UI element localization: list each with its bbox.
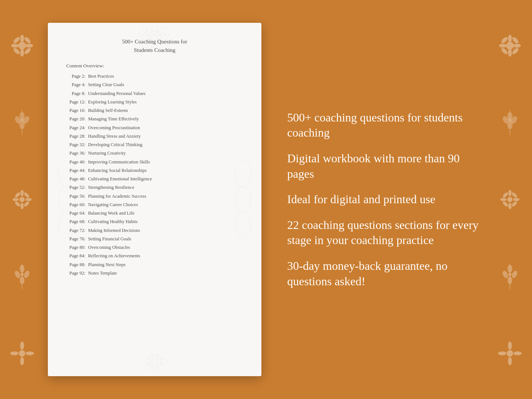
toc-title: Handling Stress and Anxiety bbox=[87, 134, 141, 139]
svg-point-71 bbox=[151, 34, 158, 41]
svg-point-23 bbox=[14, 201, 21, 208]
table-row: Page 64: Balancing Work and Life bbox=[66, 209, 243, 217]
toc-title: Notes Template bbox=[87, 271, 117, 276]
floral-icon bbox=[497, 340, 523, 366]
table-row: Page 76: Setting Financial Goals bbox=[66, 235, 243, 243]
svg-point-39 bbox=[513, 44, 521, 48]
svg-point-90 bbox=[235, 187, 251, 212]
table-row: Page 84: Reflecting on Achievements bbox=[66, 252, 243, 260]
content-overview-label: Content Overview: bbox=[66, 63, 243, 69]
toc-title: Making Informed Decisions bbox=[87, 228, 140, 233]
svg-point-56 bbox=[511, 201, 518, 208]
toc-title: Navigating Career Choices bbox=[87, 202, 138, 207]
svg-point-58 bbox=[502, 201, 509, 208]
svg-point-18 bbox=[13, 198, 19, 201]
svg-point-76 bbox=[138, 27, 149, 36]
table-row: Page 92: Notes Template bbox=[66, 269, 243, 277]
toc-title: Best Practices bbox=[87, 74, 114, 79]
toc-title: Overcoming Obstacles bbox=[87, 245, 130, 250]
toc-title: Reflecting on Achievements bbox=[87, 253, 140, 258]
svg-point-66 bbox=[508, 341, 512, 350]
svg-point-70 bbox=[148, 31, 161, 44]
table-row: Page 52: Strengthening Resilience bbox=[66, 184, 243, 191]
table-of-contents: Page 2: Best PracticesPage 4: Setting Cl… bbox=[66, 73, 243, 277]
table-row: Page 60: Navigating Career Choices bbox=[66, 201, 243, 209]
svg-point-19 bbox=[25, 198, 32, 201]
svg-point-67 bbox=[508, 357, 512, 365]
right-panel: 500+ coaching questions for students coa… bbox=[283, 110, 484, 289]
floral-border-right bbox=[488, 0, 532, 399]
svg-point-36 bbox=[508, 35, 512, 43]
toc-title: Strengthening Resilience bbox=[87, 185, 134, 190]
floral-icon bbox=[497, 187, 523, 212]
svg-point-38 bbox=[499, 44, 507, 48]
floral-icon bbox=[497, 110, 523, 135]
feature-item: 30-day money-back guarantee, no question… bbox=[287, 258, 484, 289]
svg-point-27 bbox=[23, 270, 30, 279]
table-row: Page 24: Overcoming Procrastination bbox=[66, 124, 243, 132]
svg-point-61 bbox=[501, 270, 509, 279]
svg-point-49 bbox=[508, 118, 512, 122]
svg-point-64 bbox=[508, 273, 511, 276]
svg-point-25 bbox=[20, 265, 25, 272]
table-row: Page 12: Exploring Learning Styles bbox=[66, 98, 243, 106]
svg-point-30 bbox=[19, 350, 25, 357]
svg-point-4 bbox=[25, 44, 33, 48]
toc-page-number: Page 24: bbox=[66, 124, 85, 132]
svg-point-14 bbox=[20, 118, 24, 122]
floral-icon bbox=[9, 264, 35, 289]
svg-point-68 bbox=[498, 351, 507, 355]
svg-point-91 bbox=[235, 212, 251, 238]
svg-point-69 bbox=[514, 351, 522, 355]
svg-point-78 bbox=[138, 39, 149, 49]
svg-point-0 bbox=[18, 42, 26, 50]
svg-point-2 bbox=[20, 49, 24, 57]
table-row: Page 44: Enhancing Social Relationships bbox=[66, 167, 243, 174]
toc-title: Developing Critical Thinking bbox=[87, 142, 142, 147]
toc-title: Overcoming Procrastination bbox=[87, 125, 140, 130]
table-row: Page 56: Planning for Academic Success bbox=[66, 193, 243, 200]
svg-point-88 bbox=[58, 212, 74, 238]
toc-page-number: Page 8: bbox=[66, 90, 85, 98]
svg-point-22 bbox=[23, 191, 30, 198]
toc-title: Improving Communication Skills bbox=[87, 159, 150, 165]
svg-point-54 bbox=[513, 198, 520, 201]
toc-page-number: Page 16: bbox=[66, 107, 85, 114]
svg-point-29 bbox=[21, 273, 24, 276]
svg-point-26 bbox=[14, 270, 21, 279]
table-row: Page 4: Setting Clear Goals bbox=[66, 81, 243, 89]
toc-title: Managing Time Effectively bbox=[87, 116, 139, 121]
table-row: Page 36: Nurturing Creativity bbox=[66, 149, 243, 157]
toc-page-number: Page 28: bbox=[66, 133, 85, 140]
table-row: Page 72: Making Informed Decisions bbox=[66, 227, 243, 234]
svg-point-34 bbox=[26, 351, 34, 355]
watermark-left bbox=[52, 144, 81, 255]
toc-page-number: Page 20: bbox=[66, 115, 85, 123]
svg-point-21 bbox=[23, 201, 30, 208]
toc-page-number: Page 2: bbox=[66, 73, 85, 80]
table-row: Page 48: Cultivating Emotional Intellige… bbox=[66, 175, 243, 183]
svg-point-62 bbox=[511, 270, 518, 279]
feature-item: Digital workbook with more than 90 pages bbox=[287, 151, 484, 181]
svg-point-87 bbox=[58, 187, 74, 212]
toc-title: Planning for Academic Success bbox=[87, 194, 146, 199]
svg-point-28 bbox=[20, 276, 25, 284]
feature-item: Ideal for digital and printed use bbox=[287, 192, 484, 207]
svg-point-50 bbox=[507, 197, 512, 202]
watermark-right bbox=[228, 144, 258, 255]
document: 500+ Coaching Questions for Students Coa… bbox=[48, 23, 261, 376]
svg-point-32 bbox=[20, 357, 24, 365]
floral-icon bbox=[497, 33, 523, 59]
table-row: Page 20: Managing Time Effectively bbox=[66, 115, 243, 123]
table-row: Page 88: Planning Next Steps bbox=[66, 261, 243, 269]
toc-page-number: Page 88: bbox=[66, 261, 85, 269]
feature-item: 22 coaching questions sections for every… bbox=[287, 218, 484, 248]
svg-point-81 bbox=[151, 358, 158, 365]
svg-point-35 bbox=[506, 42, 514, 50]
toc-title: Enhancing Social Relationships bbox=[87, 168, 147, 173]
svg-point-20 bbox=[14, 191, 21, 198]
toc-title: Setting Financial Goals bbox=[87, 236, 131, 241]
svg-point-15 bbox=[20, 197, 25, 202]
floral-icon bbox=[9, 110, 35, 135]
svg-point-3 bbox=[11, 44, 19, 48]
